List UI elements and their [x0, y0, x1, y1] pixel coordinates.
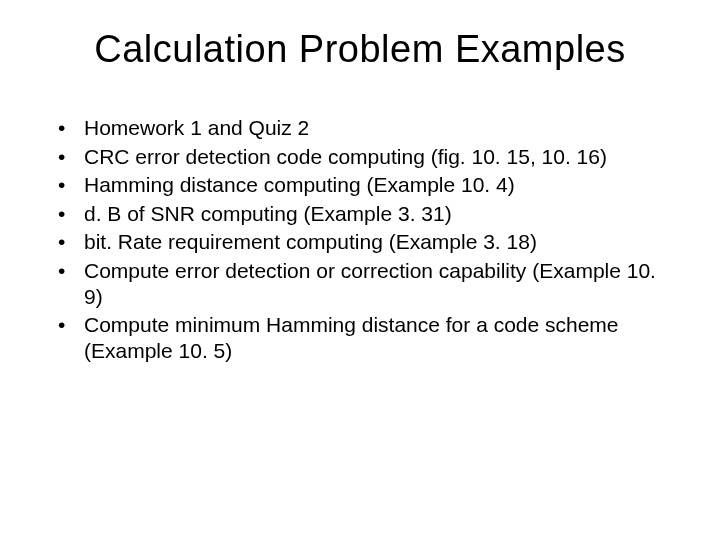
bullet-icon: •	[56, 201, 84, 227]
list-item: • bit. Rate requirement computing (Examp…	[56, 229, 672, 255]
page-title: Calculation Problem Examples	[48, 28, 672, 71]
list-item-text: CRC error detection code computing (fig.…	[84, 144, 672, 170]
list-item: • Compute error detection or correction …	[56, 258, 672, 309]
bullet-icon: •	[56, 172, 84, 198]
list-item: • Compute minimum Hamming distance for a…	[56, 312, 672, 363]
list-item: • Hamming distance computing (Example 10…	[56, 172, 672, 198]
list-item-text: d. B of SNR computing (Example 3. 31)	[84, 201, 672, 227]
list-item: • Homework 1 and Quiz 2	[56, 115, 672, 141]
list-item-text: Hamming distance computing (Example 10. …	[84, 172, 672, 198]
bullet-icon: •	[56, 312, 84, 338]
list-item: • CRC error detection code computing (fi…	[56, 144, 672, 170]
bullet-list: • Homework 1 and Quiz 2 • CRC error dete…	[48, 115, 672, 363]
bullet-icon: •	[56, 229, 84, 255]
list-item: • d. B of SNR computing (Example 3. 31)	[56, 201, 672, 227]
list-item-text: Compute error detection or correction ca…	[84, 258, 672, 309]
list-item-text: Homework 1 and Quiz 2	[84, 115, 672, 141]
bullet-icon: •	[56, 144, 84, 170]
list-item-text: bit. Rate requirement computing (Example…	[84, 229, 672, 255]
list-item-text: Compute minimum Hamming distance for a c…	[84, 312, 672, 363]
bullet-icon: •	[56, 115, 84, 141]
bullet-icon: •	[56, 258, 84, 284]
